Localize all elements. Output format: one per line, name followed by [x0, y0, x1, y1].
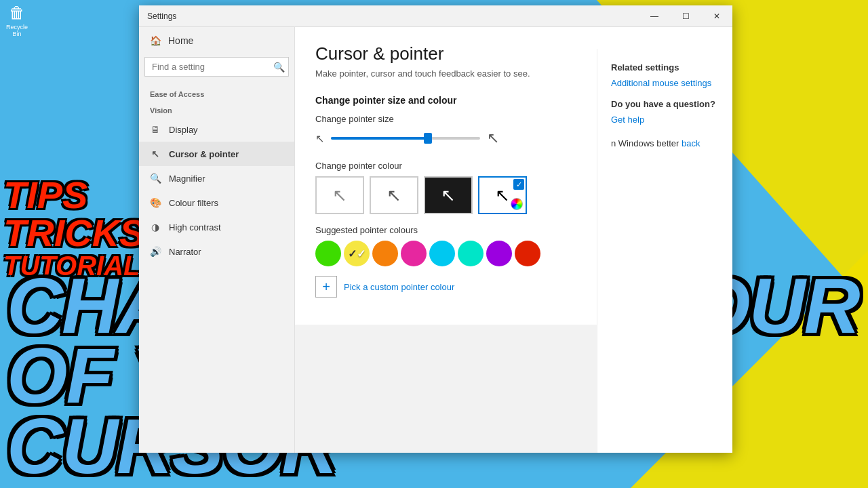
suggested-colours: ✓ — [315, 241, 583, 266]
sidebar-search: 🔍 — [144, 57, 289, 77]
feedback-section: n Windows better back — [611, 138, 719, 148]
colour-options: ↖ ↖ ↖ ↖ — [315, 176, 583, 214]
swatch-cyan[interactable] — [429, 241, 455, 266]
swatch-red[interactable] — [515, 241, 540, 266]
sidebar-item-high-contrast[interactable]: ◑ High contrast — [139, 215, 294, 239]
swatch-yellow[interactable]: ✓ — [344, 241, 370, 266]
add-colour-button[interactable]: + — [315, 276, 337, 298]
search-icon: 🔍 — [273, 62, 285, 73]
window-title: Settings — [147, 12, 176, 21]
tutorial-text: TUTORIAL — [3, 252, 144, 279]
related-settings-title: Related settings — [611, 62, 719, 73]
get-help-link[interactable]: Get help — [611, 115, 719, 125]
white-cursor2-icon: ↖ — [387, 185, 401, 206]
tricks-text: TRICKS — [3, 214, 144, 252]
cursor-icon: ↖ — [150, 148, 161, 159]
close-button[interactable]: ✕ — [701, 5, 732, 27]
sidebar-item-magnifier[interactable]: 🔍 Magnifier — [139, 166, 294, 190]
cursor-option-white[interactable]: ↖ — [315, 176, 364, 214]
custom-colour-label: Pick a custom pointer colour — [344, 282, 454, 292]
swatch-orange[interactable] — [372, 241, 398, 266]
title-bar: Settings — ☐ ✕ — [139, 5, 732, 27]
magnifier-icon: 🔍 — [150, 173, 161, 184]
vision-section-label: Vision — [139, 101, 294, 117]
sidebar-item-label: Display — [169, 125, 198, 135]
home-label: Home — [168, 35, 193, 46]
maximize-button[interactable]: ☐ — [670, 5, 701, 27]
pointer-size-slider[interactable] — [331, 137, 480, 140]
custom-colour-picker[interactable]: + Pick a custom pointer colour — [315, 276, 583, 298]
colour-filters-icon: 🎨 — [150, 197, 161, 208]
related-settings-panel: Related settings Additional mouse settin… — [597, 49, 732, 453]
tips-text: TIPS — [3, 176, 144, 214]
section-title: Change pointer size and colour — [315, 95, 583, 106]
home-icon: 🏠 — [150, 35, 161, 46]
cursor-option-white2[interactable]: ↖ — [370, 176, 418, 214]
high-contrast-icon: ◑ — [150, 222, 161, 232]
sidebar-item-label: Narrator — [169, 247, 201, 257]
window-body: 🏠 Home 🔍 Ease of Access Vision 🖥 Display… — [139, 27, 732, 453]
sidebar-item-label: Colour filters — [169, 198, 218, 208]
feedback-link[interactable]: back — [682, 138, 700, 148]
cursor-option-colour[interactable]: ↖ ✓ — [478, 176, 527, 214]
cursor-option-black[interactable]: ↖ — [424, 176, 473, 214]
slider-thumb[interactable] — [424, 133, 432, 144]
colour-cursor-icon: ↖ — [495, 185, 510, 206]
slider-container: ↖ ↖ — [315, 129, 583, 147]
page-title: Cursor & pointer — [315, 43, 583, 64]
pointer-size-label: Change pointer size — [315, 114, 583, 124]
swatch-checkmark: ✓ — [348, 247, 357, 260]
white-cursor-icon: ↖ — [332, 185, 347, 206]
pointer-size-section: Change pointer size ↖ ↖ — [315, 114, 583, 147]
recycle-bin-icon: 🗑 Recycle Bin — [3, 3, 31, 37]
narrator-icon: 🔊 — [150, 246, 161, 257]
cursor-large-icon: ↖ — [487, 129, 499, 147]
minimize-button[interactable]: — — [639, 5, 670, 27]
selected-checkmark: ✓ — [513, 179, 524, 190]
slider-fill — [331, 137, 428, 140]
sidebar-item-label: Cursor & pointer — [169, 149, 239, 159]
cursor-small-icon: ↖ — [315, 132, 324, 145]
sidebar-item-cursor-pointer[interactable]: ↖ Cursor & pointer — [139, 142, 294, 166]
plus-icon: + — [322, 279, 330, 295]
search-input[interactable] — [144, 57, 289, 77]
colour-wheel-indicator — [511, 198, 523, 210]
sidebar: 🏠 Home 🔍 Ease of Access Vision 🖥 Display… — [139, 27, 295, 453]
suggested-colours-label: Suggested pointer colours — [315, 225, 583, 235]
sidebar-item-display[interactable]: 🖥 Display — [139, 117, 294, 142]
settings-window: Settings — ☐ ✕ 🏠 Home 🔍 Ease of Access V… — [139, 5, 732, 453]
display-icon: 🖥 — [150, 124, 161, 135]
breadcrumb: Ease of Access — [139, 85, 294, 101]
swatch-purple[interactable] — [486, 241, 512, 266]
recycle-bin-label: Recycle Bin — [3, 24, 31, 37]
sidebar-item-colour-filters[interactable]: 🎨 Colour filters — [139, 190, 294, 215]
sidebar-item-label: High contrast — [169, 222, 221, 232]
tips-tricks-overlay: TIPS TRICKS TUTORIAL — [3, 176, 144, 279]
swatch-green[interactable] — [315, 241, 341, 266]
pointer-colour-label: Change pointer colour — [315, 161, 583, 171]
additional-mouse-settings-link[interactable]: Additional mouse settings — [611, 78, 719, 88]
feedback-text: n Windows better — [611, 138, 679, 148]
sidebar-item-narrator[interactable]: 🔊 Narrator — [139, 239, 294, 264]
black-cursor-icon: ↖ — [441, 185, 456, 206]
sidebar-item-label: Magnifier — [169, 174, 205, 184]
pointer-colour-section: Change pointer colour ↖ ↖ ↖ — [315, 161, 583, 298]
sidebar-item-home[interactable]: 🏠 Home — [139, 27, 294, 54]
page-subtitle: Make pointer, cursor and touch feedback … — [315, 68, 583, 79]
swatch-pink[interactable] — [401, 241, 427, 266]
swatch-teal[interactable] — [458, 241, 484, 266]
title-bar-controls: — ☐ ✕ — [639, 5, 732, 27]
question-title: Do you have a question? — [611, 99, 719, 109]
